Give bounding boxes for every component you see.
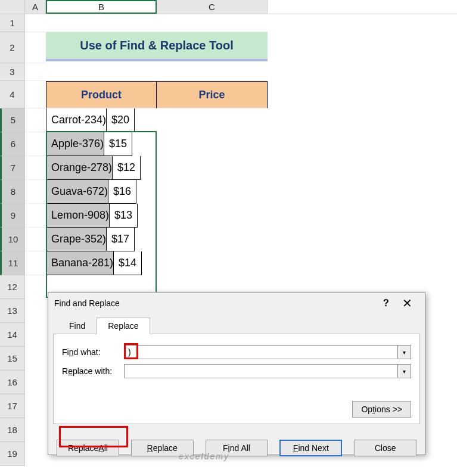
row-header[interactable]: 1 [0,14,25,32]
select-all-corner[interactable] [0,0,25,14]
find-replace-dialog: Find and Replace ? ✕ Find Replace Find w… [48,292,425,455]
column-headers: A B C [0,0,457,14]
spreadsheet: A B C 1 2 Use of Find & Replace Tool 3 4… [0,0,457,476]
watermark: exceldemy [179,452,229,461]
tab-replace[interactable]: Replace [97,318,150,334]
row-header[interactable]: 10 [0,228,25,251]
dialog-buttons: Replace All Replace Find All Find Next C… [48,429,425,456]
dialog-title: Find and Replace [54,298,377,308]
replace-all-button[interactable]: Replace All [57,440,119,456]
row-header[interactable]: 8 [0,180,25,204]
cell-product[interactable]: Apple-376) [46,132,104,156]
cell-price[interactable]: $16 [108,180,136,204]
row-header[interactable]: 7 [0,156,25,180]
cell-price[interactable]: $15 [104,132,132,156]
cell-price[interactable]: $13 [110,204,138,228]
title-cell[interactable]: Use of Find & Replace Tool [46,32,268,61]
col-header-a[interactable]: A [25,0,46,14]
find-what-label: Find what: [62,347,124,357]
cell-price[interactable]: $12 [113,156,141,180]
row-header[interactable]: 2 [0,32,25,63]
replace-with-label: Replace with: [62,366,124,376]
cell-product[interactable]: Carrot-234) [46,108,107,132]
close-icon[interactable]: ✕ [395,296,419,310]
row-header[interactable]: 19 [0,442,25,466]
row-header[interactable]: 9 [0,204,25,228]
cell-product[interactable]: Lemon-908) [46,204,110,228]
row-header[interactable]: 5 [0,108,25,132]
cell-price[interactable]: $14 [114,251,142,275]
row-header[interactable]: 6 [0,132,25,156]
row-header[interactable]: 12 [0,275,25,299]
row-header[interactable]: 18 [0,418,25,442]
row-header[interactable]: 11 [0,251,25,275]
row-header[interactable]: 14 [0,323,25,347]
row-header[interactable]: 3 [0,63,25,81]
cell-product[interactable]: Banana-281) [46,251,114,275]
cell-product[interactable]: Guava-672) [46,180,108,204]
find-what-input[interactable]: ) [124,345,398,359]
dialog-tabs: Find Replace [58,318,425,334]
cell-price[interactable]: $20 [107,108,135,132]
col-header-c[interactable]: C [157,0,268,14]
row-header[interactable]: 15 [0,347,25,371]
replace-panel: Find what: ) ▾ Replace with: ▾ Options >… [53,334,420,424]
help-button[interactable]: ? [377,298,395,309]
cell-product[interactable]: Orange-278) [46,156,113,180]
find-next-button[interactable]: Find Next [279,440,342,456]
row-header[interactable]: 13 [0,299,25,323]
close-button[interactable]: Close [354,440,416,456]
replace-with-dropdown[interactable]: ▾ [398,364,411,378]
header-price[interactable]: Price [157,81,268,108]
replace-with-input[interactable] [124,364,398,378]
cell-price[interactable]: $17 [107,228,135,251]
dialog-titlebar[interactable]: Find and Replace ? ✕ [48,293,425,314]
col-header-b[interactable]: B [46,0,157,14]
cell-product[interactable]: Grape-352) [46,228,107,251]
row-header[interactable]: 4 [0,81,25,108]
row-header[interactable]: 17 [0,394,25,418]
tab-find[interactable]: Find [58,318,97,334]
options-button[interactable]: Options >> [352,401,411,418]
find-what-dropdown[interactable]: ▾ [398,345,411,359]
row-header[interactable]: 16 [0,371,25,394]
header-product[interactable]: Product [46,81,157,108]
